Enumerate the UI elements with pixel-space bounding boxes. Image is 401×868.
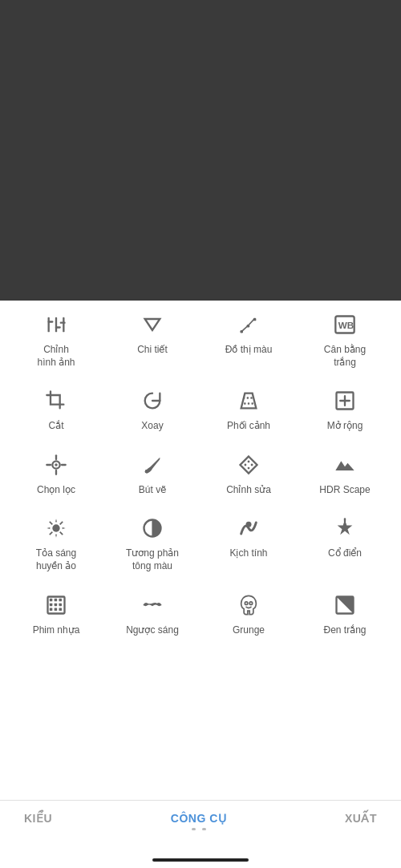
nav-dots xyxy=(192,828,206,830)
svg-rect-0 xyxy=(48,317,50,333)
tool-den-trang[interactable]: Đen trắng xyxy=(297,581,393,645)
tool-hdr-scape[interactable]: HDR Scape xyxy=(297,441,393,505)
tool-chi-tiet[interactable]: Chi tiết xyxy=(104,301,200,377)
tool-tuong-phan-tong-mau[interactable]: Tương phảntông màu xyxy=(104,504,200,580)
svg-rect-44 xyxy=(59,603,63,606)
tool-label: Đen trắng xyxy=(323,624,366,637)
selective-icon xyxy=(45,452,67,478)
tool-chon-loc[interactable]: Chọn lọc xyxy=(8,441,104,505)
brush-icon xyxy=(141,452,164,478)
svg-line-31 xyxy=(60,522,63,525)
grunge-icon xyxy=(237,592,260,618)
tool-kich-tinh[interactable]: Kịch tính xyxy=(200,504,297,580)
svg-line-30 xyxy=(50,522,53,525)
tool-can-bang-trang[interactable]: WB Cân bằngtrắng xyxy=(297,301,393,377)
svg-line-32 xyxy=(50,532,53,535)
tab-xuat[interactable]: XUẤT xyxy=(345,812,377,825)
triangle-down-icon xyxy=(141,312,164,337)
tools-panel: Chỉnhhình ảnh Chi tiết Đồ thị màu xyxy=(0,301,401,644)
mountain-icon xyxy=(334,452,356,478)
bw-icon xyxy=(334,592,356,618)
tool-label: Tỏa sánghuyền ảo xyxy=(36,547,76,572)
film-grain-icon xyxy=(45,592,67,618)
svg-rect-43 xyxy=(55,603,58,606)
mustache-icon xyxy=(141,592,164,618)
svg-rect-3 xyxy=(55,326,61,328)
svg-rect-47 xyxy=(59,608,63,611)
svg-rect-15 xyxy=(248,403,249,405)
svg-rect-46 xyxy=(55,608,58,611)
svg-rect-4 xyxy=(63,317,64,333)
home-indicator xyxy=(152,858,249,862)
crop-icon xyxy=(45,388,67,414)
tool-label: Bút vẽ xyxy=(139,484,166,497)
tool-mo-rong[interactable]: Mở rộng xyxy=(297,377,393,441)
svg-point-26 xyxy=(248,466,250,469)
svg-rect-45 xyxy=(50,608,53,611)
nav-dot xyxy=(192,828,196,830)
svg-rect-42 xyxy=(50,603,53,606)
tool-xoay[interactable]: Xoay xyxy=(104,377,200,441)
tool-label: HDR Scape xyxy=(319,484,370,497)
svg-rect-41 xyxy=(59,598,63,601)
tool-label: Tương phảntông màu xyxy=(126,547,179,572)
svg-point-49 xyxy=(249,601,253,604)
sliders-icon xyxy=(45,312,67,337)
svg-point-36 xyxy=(246,522,252,527)
tool-label: Chọn lọc xyxy=(37,484,75,497)
svg-rect-13 xyxy=(250,398,252,399)
svg-rect-12 xyxy=(247,398,249,399)
tab-kieu[interactable]: KIỂU xyxy=(24,812,52,825)
wb-icon: WB xyxy=(334,312,356,337)
tool-phim-nhua[interactable]: Phim nhựa xyxy=(8,581,104,645)
tool-label: Mở rộng xyxy=(327,420,363,433)
tool-label: Chi tiết xyxy=(137,344,168,357)
svg-point-19 xyxy=(55,463,58,466)
svg-point-28 xyxy=(251,463,253,466)
tool-label: Ngược sáng xyxy=(126,624,179,637)
tool-chinh-sua[interactable]: Chỉnh sửa xyxy=(200,441,297,505)
svg-point-48 xyxy=(245,601,248,604)
tool-but-ve[interactable]: Bút vẽ xyxy=(104,441,200,505)
svg-rect-11 xyxy=(243,398,245,399)
tab-cong-cu[interactable]: CÔNG CỤ xyxy=(171,812,227,825)
nav-dot xyxy=(202,828,206,830)
tool-label: Kịch tính xyxy=(229,547,267,560)
tool-chinh-hinh-anh[interactable]: Chỉnhhình ảnh xyxy=(8,301,104,377)
vintage-icon xyxy=(334,515,356,541)
expand-icon xyxy=(334,388,356,414)
tool-cat[interactable]: Cắt xyxy=(8,377,104,441)
tool-label: Cổ điển xyxy=(328,547,362,560)
svg-rect-5 xyxy=(60,322,66,324)
tool-co-dien[interactable]: Cổ điển xyxy=(297,504,393,580)
tool-label: Cân bằngtrắng xyxy=(324,344,366,369)
tool-label: Cắt xyxy=(49,420,64,433)
rotate-icon xyxy=(141,388,164,414)
svg-rect-14 xyxy=(244,403,245,405)
tool-nguoc-sang[interactable]: Ngược sáng xyxy=(104,581,200,645)
svg-text:WB: WB xyxy=(338,320,354,330)
svg-line-33 xyxy=(60,532,63,535)
tool-label: Chỉnh sửa xyxy=(226,484,271,497)
tool-label: Grunge xyxy=(233,624,265,637)
svg-rect-1 xyxy=(48,321,54,322)
camera-preview xyxy=(0,0,401,301)
tool-phoi-canh[interactable]: Phối cảnh xyxy=(200,377,297,441)
perspective-icon xyxy=(237,388,260,414)
tool-do-thi-mau[interactable]: Đồ thị màu xyxy=(200,301,297,377)
tool-label: Phim nhựa xyxy=(33,624,80,637)
tool-toa-sang-huyen-ao[interactable]: Tỏa sánghuyền ảo xyxy=(8,504,104,580)
tool-label: Xoay xyxy=(141,420,163,433)
curve-dots-icon xyxy=(237,312,260,337)
svg-point-29 xyxy=(52,525,59,532)
drama-icon xyxy=(237,515,260,541)
svg-point-27 xyxy=(245,463,247,466)
svg-point-24 xyxy=(145,470,149,474)
tools-grid: Chỉnhhình ảnh Chi tiết Đồ thị màu xyxy=(8,301,393,644)
tone-contrast-icon xyxy=(141,515,164,541)
tool-label: Chỉnhhình ảnh xyxy=(37,344,75,369)
svg-rect-2 xyxy=(55,317,57,333)
svg-rect-16 xyxy=(252,403,253,405)
tool-label: Phối cảnh xyxy=(227,420,270,433)
tool-grunge[interactable]: Grunge xyxy=(200,581,297,645)
